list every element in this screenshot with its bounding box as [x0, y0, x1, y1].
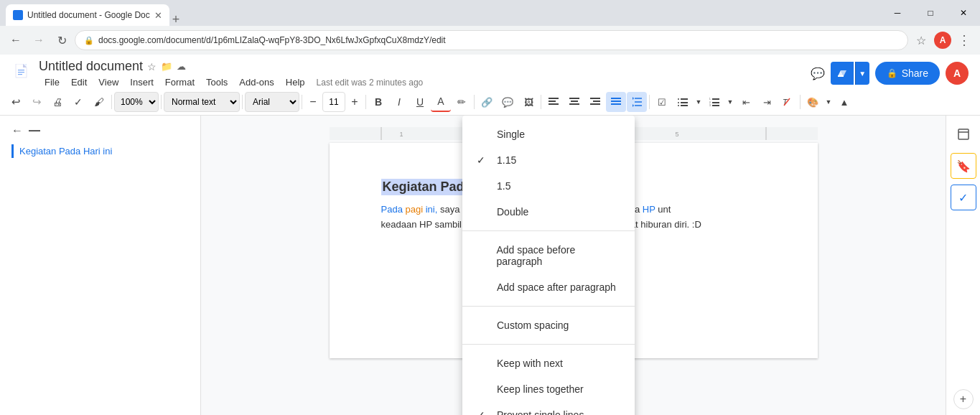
checklist-button[interactable]: ☑: [652, 92, 672, 112]
spacing-115-option[interactable]: ✓ 1.15: [462, 147, 635, 173]
outline-back-button[interactable]: ←: [11, 124, 23, 137]
menu-help[interactable]: Help: [280, 75, 311, 89]
italic-button[interactable]: I: [389, 92, 409, 112]
insert-link-button[interactable]: 🔗: [477, 92, 497, 112]
user-avatar[interactable]: A: [946, 62, 969, 85]
bullet-list-dropdown[interactable]: ▼: [694, 92, 704, 112]
insert-image-button[interactable]: 🖼: [518, 92, 538, 112]
paint-format-button[interactable]: 🖌: [89, 92, 109, 112]
underline-button[interactable]: U: [410, 92, 430, 112]
move-to-folder-icon[interactable]: 📁: [161, 61, 172, 72]
bullet-list-button[interactable]: [673, 92, 693, 112]
tasks-button[interactable]: ✓: [951, 185, 976, 210]
svg-rect-45: [958, 129, 969, 139]
right-panel: 🔖 ✓ +: [946, 116, 980, 415]
space-before-label: Add space before paragraph: [497, 244, 621, 267]
prevent-single-option[interactable]: ✓ Prevent single lines: [462, 402, 635, 415]
maximize-button[interactable]: □: [914, 0, 947, 26]
svg-rect-2: [18, 70, 24, 70]
document-title[interactable]: Untitled document: [39, 59, 143, 74]
bookmark-star-icon[interactable]: ☆: [911, 30, 931, 50]
spacing-double-label: Double: [497, 206, 528, 218]
numbered-list-button[interactable]: 1.2.3.: [704, 92, 724, 112]
dropdown-divider-2: [462, 306, 635, 307]
text-style-select[interactable]: Normal text: [164, 92, 240, 112]
keep-with-next-option[interactable]: Keep with next: [462, 350, 635, 376]
menu-view[interactable]: View: [93, 75, 124, 89]
collapse-toolbar-button[interactable]: ▲: [834, 92, 854, 112]
svg-point-22: [678, 98, 679, 100]
spacing-15-option[interactable]: 1.5: [462, 173, 635, 199]
menu-tools[interactable]: Tools: [200, 75, 233, 89]
save-dropdown-button[interactable]: ▼: [855, 62, 869, 85]
menu-insert[interactable]: Insert: [124, 75, 159, 89]
spell-check-button[interactable]: ✓: [68, 92, 88, 112]
indent-less-button[interactable]: ⇤: [736, 92, 756, 112]
space-after-option[interactable]: Add space after paragraph: [462, 274, 635, 300]
forward-button[interactable]: →: [29, 30, 49, 50]
svg-rect-8: [569, 98, 579, 99]
align-right-button[interactable]: [585, 92, 605, 112]
numbered-list-dropdown[interactable]: ▼: [725, 92, 735, 112]
align-left-button[interactable]: [543, 92, 564, 112]
indent-more-button[interactable]: ⇥: [757, 92, 777, 112]
font-select[interactable]: Arial: [245, 92, 299, 112]
add-panel-button[interactable]: +: [953, 389, 974, 409]
zoom-select[interactable]: 100%: [114, 92, 159, 112]
toolbar-dropdown-button[interactable]: ▼: [823, 92, 834, 112]
comment-button[interactable]: 💬: [811, 67, 825, 80]
profile-avatar[interactable]: A: [934, 32, 951, 49]
text-color-button[interactable]: A: [431, 92, 451, 112]
svg-rect-11: [590, 98, 600, 99]
menu-dots-icon[interactable]: ⋮: [954, 30, 974, 50]
font-size-decrease-button[interactable]: −: [304, 92, 322, 112]
undo-button[interactable]: ↩: [6, 92, 26, 112]
redo-button[interactable]: ↪: [27, 92, 47, 112]
custom-spacing-option[interactable]: Custom spacing: [462, 312, 635, 338]
share-label: Share: [902, 67, 928, 79]
spacing-double-option[interactable]: Double: [462, 199, 635, 225]
clear-format-button[interactable]: T: [778, 92, 798, 112]
close-window-button[interactable]: ✕: [947, 0, 980, 26]
share-button[interactable]: 🔒 Share: [875, 62, 940, 85]
line-spacing-button[interactable]: [627, 92, 647, 112]
svg-marker-21: [633, 104, 634, 107]
toolbar-separator-4: [302, 95, 302, 109]
browser-tab[interactable]: Untitled document - Google Doc ✕: [6, 4, 169, 26]
font-size-increase-button[interactable]: +: [346, 92, 363, 112]
svg-rect-5: [549, 98, 559, 99]
back-button[interactable]: ←: [6, 30, 26, 50]
bold-button[interactable]: B: [368, 92, 388, 112]
bookmark-button[interactable]: 🔖: [951, 153, 976, 179]
spacing-single-option[interactable]: Single: [462, 121, 635, 147]
align-justify-button[interactable]: [606, 92, 626, 112]
tab-close-icon[interactable]: ✕: [154, 10, 162, 21]
svg-text:1.: 1.: [709, 98, 711, 101]
refresh-button[interactable]: ↻: [52, 30, 72, 50]
explore-button[interactable]: [951, 121, 976, 147]
svg-rect-25: [681, 102, 688, 103]
star-icon[interactable]: ☆: [147, 61, 157, 73]
save-to-drive-button[interactable]: [831, 62, 854, 85]
insert-comment-button[interactable]: 💬: [498, 92, 518, 112]
docs-logo-svg: [14, 64, 31, 84]
toolbar-separator-8: [649, 95, 650, 109]
highlight-color-button[interactable]: ✏: [452, 92, 472, 112]
minimize-button[interactable]: ─: [881, 0, 914, 26]
keep-with-next-label: Keep with next: [497, 358, 563, 369]
menu-format[interactable]: Format: [159, 75, 200, 89]
cloud-save-icon[interactable]: ☁: [177, 61, 186, 72]
keep-lines-option[interactable]: Keep lines together: [462, 376, 635, 402]
menu-file[interactable]: File: [39, 75, 65, 89]
voice-type-button[interactable]: 🎨: [803, 92, 823, 112]
address-bar[interactable]: 🔒 docs.google.com/document/d/1p6mLIZalaQ…: [75, 30, 908, 50]
align-center-button[interactable]: [564, 92, 584, 112]
font-size-input[interactable]: [322, 92, 345, 112]
menu-addons[interactable]: Add-ons: [233, 75, 279, 89]
svg-rect-10: [569, 103, 579, 105]
new-tab-button[interactable]: +: [172, 13, 180, 26]
outline-item[interactable]: Kegiatan Pada Hari ini: [11, 144, 189, 158]
print-button[interactable]: 🖨: [47, 92, 67, 112]
space-before-option[interactable]: Add space before paragraph: [462, 237, 635, 274]
menu-edit[interactable]: Edit: [65, 75, 93, 89]
